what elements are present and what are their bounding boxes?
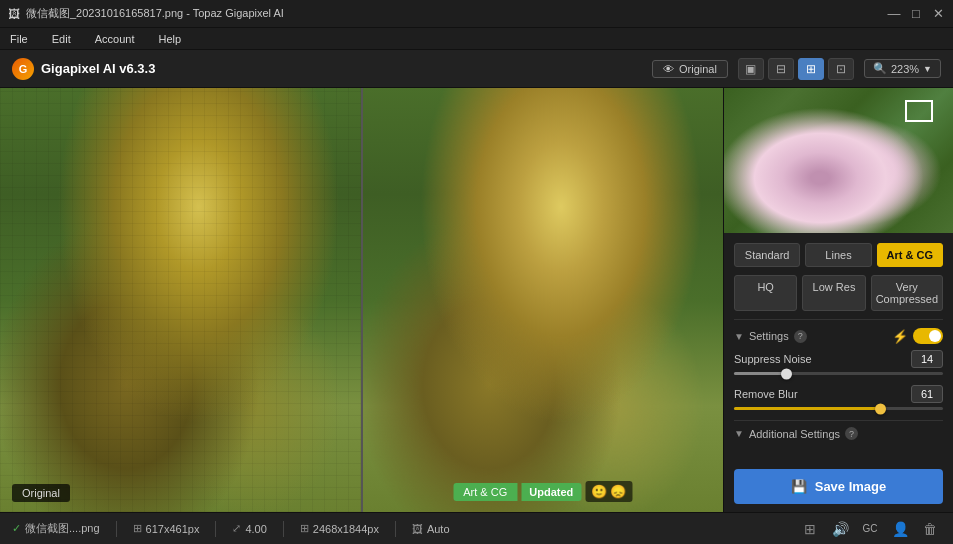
app: G Gigapixel AI v6.3.3 👁 Original ▣ ⊟ ⊞ ⊡… xyxy=(0,50,953,544)
toolbar: G Gigapixel AI v6.3.3 👁 Original ▣ ⊟ ⊞ ⊡… xyxy=(0,50,953,88)
preview-right-panel: Art & CG Updated 🙂 😞 xyxy=(361,88,724,512)
thumbnail-selector[interactable] xyxy=(905,100,933,122)
view-single-button[interactable]: ▣ xyxy=(738,58,764,80)
mode-row-1: Standard Lines Art & CG xyxy=(734,243,943,267)
save-image-button[interactable]: 💾 Save Image xyxy=(734,469,943,504)
view-compare-button[interactable]: ⊡ xyxy=(828,58,854,80)
panel-controls: Standard Lines Art & CG HQ Low Res Very … xyxy=(724,233,953,461)
output-size-item: ⊞ 2468x1844px xyxy=(300,522,379,535)
settings-label: Settings xyxy=(749,330,789,342)
view-split-h-button[interactable]: ⊟ xyxy=(768,58,794,80)
mode-label: Auto xyxy=(427,523,450,535)
filename-item: ✓ 微信截图....png xyxy=(12,521,100,536)
gc-label: GC xyxy=(859,518,881,540)
output-icon: ⊞ xyxy=(300,522,309,535)
suppress-noise-value[interactable]: 14 xyxy=(911,350,943,368)
preview-left-panel: Original xyxy=(0,88,361,512)
settings-header: ▼ Settings ? ⚡ xyxy=(734,328,943,344)
view-split-v-button[interactable]: ⊞ xyxy=(798,58,824,80)
remove-blur-track[interactable] xyxy=(734,407,943,410)
remove-blur-value[interactable]: 61 xyxy=(911,385,943,403)
settings-help-icon[interactable]: ? xyxy=(794,330,807,343)
scale-item: ⤢ 4.00 xyxy=(232,522,266,535)
remove-blur-thumb[interactable] xyxy=(875,403,886,414)
bottom-right-controls: ⊞ 🔊 GC 👤 🗑 xyxy=(799,518,941,540)
separator-3 xyxy=(283,521,284,537)
art-cg-label: Art & CG xyxy=(453,483,517,501)
section-divider-1 xyxy=(734,319,943,320)
titlebar: 🖼 微信截图_20231016165817.png - Topaz Gigapi… xyxy=(0,0,953,28)
additional-settings-help-icon[interactable]: ? xyxy=(845,427,858,440)
suppress-noise-label: Suppress Noise xyxy=(734,353,812,365)
remove-blur-label-row: Remove Blur 61 xyxy=(734,385,943,403)
content: Original Art & CG Updated 🙂 😞 xyxy=(0,88,953,512)
section-divider-2 xyxy=(734,420,943,421)
pixel-overlay xyxy=(0,88,361,512)
mode-standard-button[interactable]: Standard xyxy=(734,243,800,267)
remove-blur-row: Remove Blur 61 xyxy=(734,385,943,410)
logo: G Gigapixel AI v6.3.3 xyxy=(12,58,155,80)
settings-toggle[interactable] xyxy=(913,328,943,344)
zoom-value: 223% xyxy=(891,63,919,75)
suppress-noise-thumb[interactable] xyxy=(781,368,792,379)
close-button[interactable]: ✕ xyxy=(931,7,945,21)
mode-artcg-button[interactable]: Art & CG xyxy=(877,243,943,267)
mode-icon: 🖼 xyxy=(412,523,423,535)
titlebar-controls: — □ ✕ xyxy=(887,7,945,21)
mode-verycompressed-button[interactable]: Very Compressed xyxy=(871,275,943,311)
grid-view-button[interactable]: ⊞ xyxy=(799,518,821,540)
preview-area: Original Art & CG Updated 🙂 😞 xyxy=(0,88,723,512)
dimensions-item: ⊞ 617x461px xyxy=(133,522,200,535)
check-icon: ✓ xyxy=(12,522,21,535)
separator-2 xyxy=(215,521,216,537)
remove-blur-fill xyxy=(734,407,880,410)
minimize-button[interactable]: — xyxy=(887,7,901,21)
separator-1 xyxy=(116,521,117,537)
save-icon: 💾 xyxy=(791,479,807,494)
mode-lines-button[interactable]: Lines xyxy=(805,243,871,267)
zoom-chevron-icon: ▼ xyxy=(923,64,932,74)
zoom-icon: 🔍 xyxy=(873,62,887,75)
suppress-noise-row: Suppress Noise 14 xyxy=(734,350,943,375)
original-view-button[interactable]: 👁 Original xyxy=(652,60,728,78)
preview-right-image xyxy=(363,88,724,512)
face-happy-icon[interactable]: 🙂 xyxy=(591,484,607,499)
menu-account[interactable]: Account xyxy=(91,31,139,47)
logo-icon: G xyxy=(12,58,34,80)
face-sad-icon[interactable]: 😞 xyxy=(610,484,626,499)
save-label: Save Image xyxy=(815,479,887,494)
menu-edit[interactable]: Edit xyxy=(48,31,75,47)
mode-item: 🖼 Auto xyxy=(412,523,450,535)
lightning-icon: ⚡ xyxy=(892,329,908,344)
additional-settings-header[interactable]: ▼ Additional Settings ? xyxy=(734,427,943,440)
audio-button[interactable]: 🔊 xyxy=(829,518,851,540)
right-panel: Standard Lines Art & CG HQ Low Res Very … xyxy=(723,88,953,512)
updated-badge: Updated xyxy=(521,483,581,501)
separator-4 xyxy=(395,521,396,537)
app-icon: 🖼 xyxy=(8,7,20,21)
menu-file[interactable]: File xyxy=(6,31,32,47)
menubar: File Edit Account Help xyxy=(0,28,953,50)
bottom-bar: ✓ 微信截图....png ⊞ 617x461px ⤢ 4.00 ⊞ 2468x… xyxy=(0,512,953,544)
menu-help[interactable]: Help xyxy=(154,31,185,47)
remove-blur-label: Remove Blur xyxy=(734,388,798,400)
eye-icon: 👁 xyxy=(663,63,674,75)
face-icons: 🙂 😞 xyxy=(585,481,632,502)
output-size-label: 2468x1844px xyxy=(313,523,379,535)
settings-chevron-icon: ▼ xyxy=(734,331,744,342)
user-icon[interactable]: 👤 xyxy=(889,518,911,540)
preview-split: Original Art & CG Updated 🙂 😞 xyxy=(0,88,723,512)
maximize-button[interactable]: □ xyxy=(909,7,923,21)
preview-left-label: Original xyxy=(12,484,70,502)
view-controls: ▣ ⊟ ⊞ ⊡ xyxy=(738,58,854,80)
original-btn-label: Original xyxy=(679,63,717,75)
delete-button[interactable]: 🗑 xyxy=(919,518,941,540)
mode-lowres-button[interactable]: Low Res xyxy=(802,275,865,311)
additional-settings-label: Additional Settings xyxy=(749,428,840,440)
scale-label: 4.00 xyxy=(245,523,266,535)
mode-hq-button[interactable]: HQ xyxy=(734,275,797,311)
suppress-noise-track[interactable] xyxy=(734,372,943,375)
zoom-control[interactable]: 🔍 223% ▼ xyxy=(864,59,941,78)
suppress-noise-fill xyxy=(734,372,786,375)
additional-settings-chevron-icon: ▼ xyxy=(734,428,744,439)
